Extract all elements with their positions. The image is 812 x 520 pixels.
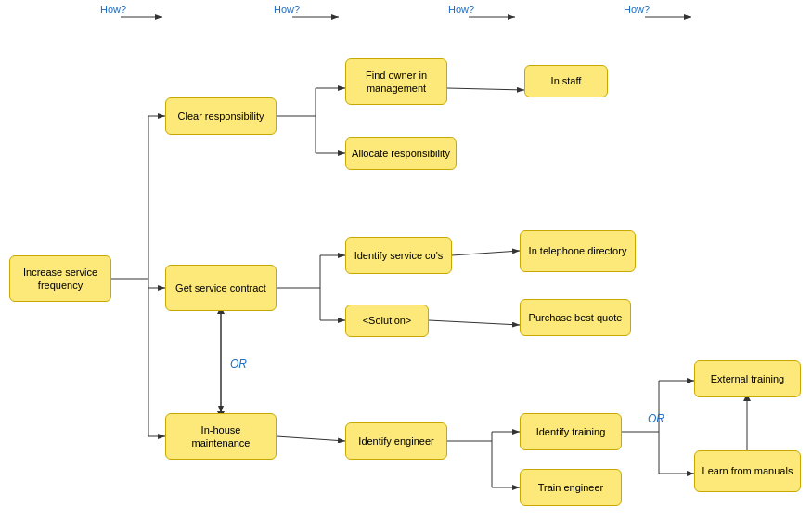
how-label-1: How?: [100, 4, 126, 15]
node-learn-manuals[interactable]: Learn from manuals: [694, 450, 801, 492]
how-label-2: How?: [274, 4, 300, 15]
node-train-engineer[interactable]: Train engineer: [520, 469, 622, 506]
node-in-staff[interactable]: In staff: [524, 65, 608, 98]
node-allocate[interactable]: Allocate responsibility: [345, 137, 457, 170]
node-find-owner[interactable]: Find owner in management: [345, 58, 447, 105]
svg-line-14: [447, 88, 524, 90]
node-clear[interactable]: Clear responsibility: [165, 98, 277, 135]
how-label-4: How?: [624, 4, 650, 15]
svg-line-20: [429, 320, 520, 325]
node-inhouse[interactable]: In-house maintenance: [165, 413, 277, 460]
node-identify-co[interactable]: Identify service co's: [345, 237, 452, 274]
or-label-2: OR: [648, 412, 664, 425]
node-purchase[interactable]: Purchase best quote: [520, 299, 631, 336]
or-label-1: OR: [230, 358, 247, 370]
how-label-3: How?: [448, 4, 474, 15]
node-identify-training[interactable]: Identify training: [520, 413, 622, 450]
node-identify-engineer[interactable]: Identify engineer: [345, 422, 447, 460]
node-increase[interactable]: Increase service frequency: [9, 255, 111, 302]
node-solution[interactable]: <Solution>: [345, 305, 429, 337]
node-get-service[interactable]: Get service contract: [165, 265, 277, 311]
node-telephone[interactable]: In telephone directory: [520, 230, 636, 272]
node-external-training[interactable]: External training: [694, 360, 801, 397]
diagram-container: How? How? How? How? Increase service fre…: [0, 0, 812, 520]
svg-line-26: [277, 436, 345, 441]
svg-line-19: [452, 251, 520, 255]
